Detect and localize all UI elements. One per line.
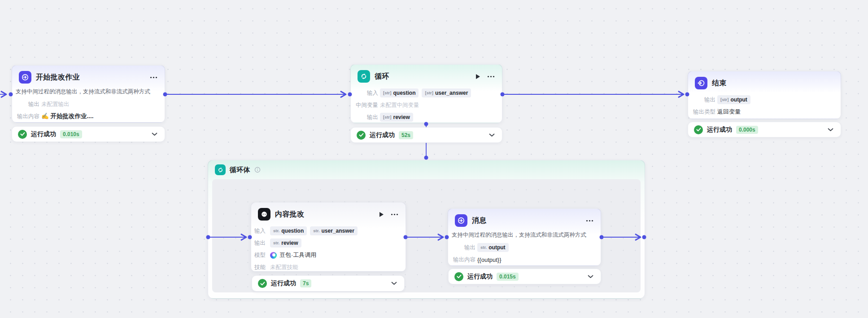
llm-bot-icon: [258, 208, 270, 221]
end-type-row: 输出类型 返回变量: [691, 107, 841, 117]
end-chevron-down-icon[interactable]: [828, 128, 833, 132]
message-status-bar[interactable]: 运行成功 0.015s: [448, 269, 601, 284]
message-node-description: 支持中间过程的消息输出，支持流式和非流式两种方式: [448, 227, 601, 239]
port-loopbody-top[interactable]: [424, 156, 428, 160]
content-run-button[interactable]: [379, 212, 384, 217]
message-node-title: 消息: [472, 216, 581, 225]
variable-tag-question: [str]question: [380, 88, 419, 97]
start-content-label: 输出内容: [15, 113, 39, 120]
message-status-text: 运行成功: [467, 273, 493, 281]
variable-tag-review: str.review: [270, 238, 301, 247]
start-node-description: 支持中间过程的消息输出，支持流式和非流式两种方式: [12, 84, 165, 96]
content-output-label: 输出: [254, 239, 266, 247]
start-status-bar[interactable]: 运行成功 0.010s: [12, 126, 165, 142]
variable-tag-review: [str]review: [380, 113, 413, 122]
message-output-row: 输出 str.output: [451, 243, 601, 252]
end-duration-badge: 0.000s: [736, 126, 758, 134]
loop-output-label: 输出: [354, 114, 378, 121]
content-model-value: 豆包·工具调用: [279, 251, 316, 259]
variable-tag-output: [str]output: [717, 95, 750, 104]
message-content-label: 输出内容: [451, 256, 475, 264]
loop-body-title: 循环体: [230, 166, 250, 174]
content-status-bar[interactable]: 运行成功 7s: [252, 275, 405, 292]
end-type-value: 返回变量: [717, 108, 741, 116]
loop-status-bar[interactable]: 运行成功 52s: [350, 127, 502, 143]
variable-tag-question: str.question: [270, 226, 307, 235]
content-duration-badge: 7s: [300, 279, 311, 287]
content-input-label: 输入: [254, 227, 266, 235]
start-duration-badge: 0.010s: [60, 130, 82, 138]
loop-body-icon: [215, 164, 226, 175]
content-chevron-down-icon[interactable]: [391, 282, 397, 285]
variable-tag-user-answer: [str]user_answer: [422, 88, 471, 97]
loop-output-row: 输出 [str]review: [354, 112, 502, 122]
end-node-icon: [695, 77, 707, 89]
start-more-button[interactable]: [150, 76, 157, 79]
start-output-row: 输出 未配置输出: [15, 99, 165, 109]
content-more-button[interactable]: [391, 213, 398, 216]
loop-success-check-icon: [357, 131, 366, 140]
content-node-title: 内容批改: [275, 210, 375, 219]
end-output-row: 输出 [str]output: [691, 95, 841, 105]
message-node-icon: [455, 214, 467, 227]
message-success-check-icon: [454, 272, 463, 281]
start-node-icon: [19, 71, 31, 84]
content-output-row: 输出 str.review: [254, 238, 406, 248]
doubao-model-icon: [270, 252, 277, 259]
start-output-label: 输出: [15, 101, 39, 108]
content-model-label: 模型: [254, 252, 266, 259]
loop-midvar-value: 未配置中间变量: [380, 102, 419, 109]
end-output-label: 输出: [691, 96, 715, 104]
message-chevron-down-icon[interactable]: [588, 275, 593, 278]
start-success-check-icon: [18, 130, 27, 139]
start-chevron-down-icon[interactable]: [152, 132, 157, 136]
end-success-check-icon: [694, 125, 703, 134]
loop-status-text: 运行成功: [370, 131, 395, 139]
loop-run-button[interactable]: [475, 74, 480, 80]
start-status-text: 运行成功: [31, 130, 56, 138]
node-loop[interactable]: 循环 输入 [str]question [str]user_answer 中间变…: [350, 64, 502, 123]
loop-midvar-row: 中间变量 未配置中间变量: [354, 100, 502, 110]
message-duration-badge: 0.015s: [497, 273, 519, 281]
start-content-row: 输出内容 ✍️ 开始批改作业....: [15, 111, 165, 121]
loop-chevron-down-icon[interactable]: [489, 133, 495, 137]
end-node-title: 结束: [712, 79, 833, 88]
info-icon[interactable]: [254, 167, 261, 173]
loop-midvar-label: 中间变量: [354, 102, 378, 109]
loop-more-button[interactable]: [487, 75, 495, 78]
end-type-label: 输出类型: [691, 108, 715, 116]
loop-input-label: 输入: [354, 89, 378, 97]
start-output-value: 未配置输出: [41, 101, 70, 108]
loop-node-icon: [358, 70, 370, 83]
node-end[interactable]: 结束 输出 [str]output 输出类型 返回变量: [688, 71, 841, 119]
message-content-value: {{output}}: [477, 256, 502, 263]
message-content-row: 输出内容 {{output}}: [451, 255, 601, 265]
node-message[interactable]: 消息 支持中间过程的消息输出，支持流式和非流式两种方式 输出 str.outpu…: [448, 208, 601, 266]
content-skill-row: 技能 未配置技能: [254, 262, 406, 272]
content-skill-label: 技能: [254, 264, 266, 271]
workflow-canvas[interactable]: 开始批改作业 支持中间过程的消息输出，支持流式和非流式两种方式 输出 未配置输出…: [0, 0, 868, 318]
loop-duration-badge: 52s: [399, 131, 413, 139]
start-content-value: ✍️ 开始批改作业....: [41, 112, 94, 120]
content-success-check-icon: [258, 279, 267, 288]
variable-tag-user-answer: str.user_answer: [310, 226, 358, 235]
start-node-title: 开始批改作业: [36, 73, 145, 82]
content-skill-value: 未配置技能: [270, 264, 298, 271]
content-input-row: 输入 str.question str.user_answer: [254, 226, 406, 236]
variable-tag-output: str.output: [477, 243, 509, 252]
loop-input-row: 输入 [str]question [str]user_answer: [354, 88, 502, 98]
node-start[interactable]: 开始批改作业 支持中间过程的消息输出，支持流式和非流式两种方式 输出 未配置输出…: [12, 65, 165, 123]
content-status-text: 运行成功: [271, 279, 296, 287]
end-status-text: 运行成功: [707, 126, 732, 134]
message-output-label: 输出: [451, 244, 475, 252]
node-content-review[interactable]: 内容批改 输入 str.question str.user_answer 输出 …: [251, 202, 406, 272]
end-status-bar[interactable]: 运行成功 0.000s: [688, 122, 841, 137]
loop-node-title: 循环: [375, 72, 471, 81]
content-model-row: 模型 豆包·工具调用: [254, 250, 406, 260]
message-more-button[interactable]: [586, 220, 593, 222]
